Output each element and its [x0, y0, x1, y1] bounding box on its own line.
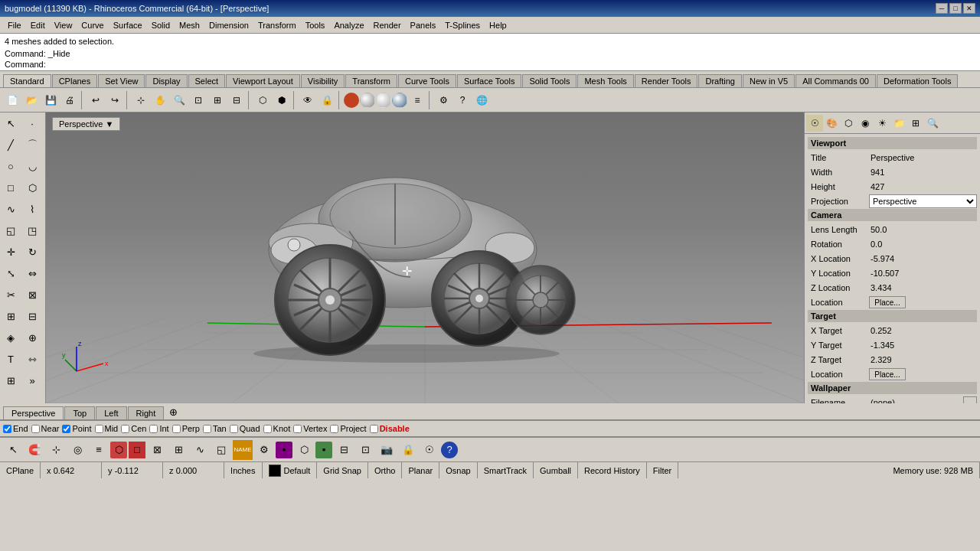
viewport-label[interactable]: Perspective ▼: [52, 117, 120, 131]
split-icon[interactable]: ⊠: [21, 284, 43, 305]
text-icon[interactable]: T: [0, 348, 21, 370]
rp-folder-icon[interactable]: 📁: [890, 115, 907, 132]
viewport-canvas[interactable]: x y z ✛: [46, 112, 804, 403]
bt-surface-icon[interactable]: ◱: [211, 440, 231, 460]
explode-icon[interactable]: ⊟: [21, 305, 43, 327]
tab-cplanes[interactable]: CPlanes: [52, 74, 98, 87]
rp-grid-icon[interactable]: ⊞: [907, 115, 924, 132]
bt-name-icon[interactable]: NAME: [233, 440, 253, 460]
viewport-area[interactable]: Perspective ▼: [46, 112, 804, 403]
bt-green-icon[interactable]: ▪: [315, 442, 332, 458]
prop-target-place-button[interactable]: Place...: [869, 368, 906, 380]
bt-cube-icon[interactable]: ⬡: [294, 440, 314, 460]
bt-magnet-icon[interactable]: 🧲: [24, 440, 44, 460]
bt-lock2-icon[interactable]: 🔒: [398, 440, 418, 460]
arc-icon[interactable]: ◡: [21, 155, 43, 177]
bs-ortho[interactable]: Ortho: [368, 462, 403, 478]
prop-projection-dropdown[interactable]: Perspective Parallel: [869, 194, 977, 208]
wireframe-icon[interactable]: ⬡: [253, 91, 272, 109]
hide-icon[interactable]: 👁: [299, 91, 317, 109]
tab-solidtools[interactable]: Solid Tools: [522, 74, 577, 87]
bt-red-box-icon[interactable]: □: [129, 442, 145, 458]
bt-mesh2-icon[interactable]: ⊞: [168, 440, 188, 460]
tab-newinv5[interactable]: New in V5: [743, 74, 795, 87]
bt-osnap-icon[interactable]: ◎: [67, 440, 87, 460]
interpolate-icon[interactable]: ⌇: [21, 198, 43, 220]
undo-icon[interactable]: ↩: [87, 91, 105, 109]
prop-cam-place-button[interactable]: Place...: [869, 296, 906, 308]
rp-render-icon[interactable]: ◉: [857, 115, 874, 132]
tab-drafting[interactable]: Drafting: [698, 74, 742, 87]
tab-setview[interactable]: Set View: [98, 74, 145, 87]
tab-rendertools[interactable]: Render Tools: [635, 74, 698, 87]
tab-viewportlayout[interactable]: Viewport Layout: [226, 74, 300, 87]
bs-gridsnap[interactable]: Grid Snap: [317, 462, 368, 478]
vp-tab-left[interactable]: Left: [96, 406, 126, 419]
zoom-icon[interactable]: 🔍: [170, 91, 188, 109]
open-icon[interactable]: 📂: [22, 91, 41, 109]
color-icon[interactable]: [344, 93, 359, 108]
world-icon[interactable]: 🌐: [472, 91, 491, 109]
line-icon[interactable]: ╱: [0, 134, 21, 155]
select-point-icon[interactable]: ·: [21, 112, 43, 134]
bt-props-icon[interactable]: ⬡: [110, 442, 127, 458]
save-icon[interactable]: 💾: [41, 91, 60, 109]
analyze-dir-icon[interactable]: ⊕: [21, 327, 43, 348]
snap-int-checkbox[interactable]: [149, 425, 158, 433]
surface-icon[interactable]: ◱: [0, 220, 21, 241]
menu-solid[interactable]: Solid: [147, 19, 175, 31]
bt-curve-icon[interactable]: ∿: [190, 440, 210, 460]
zoom-ext-icon[interactable]: ⊟: [227, 91, 246, 109]
snap-tan-checkbox[interactable]: [203, 425, 211, 433]
menu-surface[interactable]: Surface: [109, 19, 147, 31]
menu-panels[interactable]: Panels: [406, 19, 441, 31]
snap-quad-checkbox[interactable]: [230, 425, 238, 433]
rp-properties-icon[interactable]: ☉: [806, 115, 823, 132]
bs-filter[interactable]: Filter: [647, 462, 678, 478]
tab-select[interactable]: Select: [188, 74, 226, 87]
tab-deformtools[interactable]: Deformation Tools: [877, 74, 958, 87]
zoom-window-icon[interactable]: ⊡: [189, 91, 207, 109]
tab-meshtools[interactable]: Mesh Tools: [577, 74, 633, 87]
material-icon[interactable]: [360, 93, 375, 108]
bt-view-icon[interactable]: ⊡: [355, 440, 375, 460]
prop-filename-browse-button[interactable]: …: [963, 396, 977, 403]
bt-arrow-icon[interactable]: ↖: [3, 440, 23, 460]
snap-end-checkbox[interactable]: [3, 425, 11, 433]
snap-vertex-checkbox[interactable]: [293, 425, 302, 433]
menu-view[interactable]: View: [50, 19, 77, 31]
menu-mesh[interactable]: Mesh: [175, 19, 204, 31]
mirror-icon[interactable]: ⇔: [21, 262, 43, 284]
tab-surfacetools[interactable]: Surface Tools: [457, 74, 521, 87]
vp-tab-add[interactable]: ⊕: [165, 405, 182, 419]
scale-icon[interactable]: ⤡: [0, 262, 21, 284]
move-icon[interactable]: ✛: [0, 241, 21, 262]
bt-snap-icon[interactable]: ⊹: [46, 440, 66, 460]
vp-tab-top[interactable]: Top: [64, 406, 95, 419]
bs-recordhistory[interactable]: Record History: [578, 462, 647, 478]
bs-smarttrack[interactable]: SmartTrack: [478, 462, 534, 478]
snap-knot-checkbox[interactable]: [263, 425, 272, 433]
help-icon[interactable]: ?: [453, 91, 472, 109]
polygon-icon[interactable]: ⬡: [21, 177, 43, 198]
tab-display[interactable]: Display: [145, 74, 187, 87]
menu-analyze[interactable]: Analyze: [329, 19, 368, 31]
grid-snap-icon[interactable]: ⊞: [0, 370, 21, 391]
snap-mid-checkbox[interactable]: [95, 425, 103, 433]
render-preview-icon[interactable]: [392, 93, 407, 108]
new-icon[interactable]: 📄: [3, 91, 21, 109]
point-edit-icon[interactable]: ◈: [0, 327, 21, 348]
tab-visibility[interactable]: Visibility: [301, 74, 345, 87]
menu-curve[interactable]: Curve: [77, 19, 108, 31]
snap-perp-checkbox[interactable]: [172, 425, 181, 433]
tab-curvetools[interactable]: Curve Tools: [398, 74, 456, 87]
select-objects-icon[interactable]: ↖: [0, 112, 21, 134]
vp-tab-right[interactable]: Right: [128, 406, 165, 419]
bs-osnap[interactable]: Osnap: [439, 462, 477, 478]
pan-icon[interactable]: ✋: [151, 91, 169, 109]
join-icon[interactable]: ⊞: [0, 305, 21, 327]
minimize-button[interactable]: ─: [936, 3, 948, 14]
bs-planar[interactable]: Planar: [402, 462, 439, 478]
bt-layers-icon[interactable]: ≡: [89, 440, 109, 460]
menu-render[interactable]: Render: [369, 19, 406, 31]
